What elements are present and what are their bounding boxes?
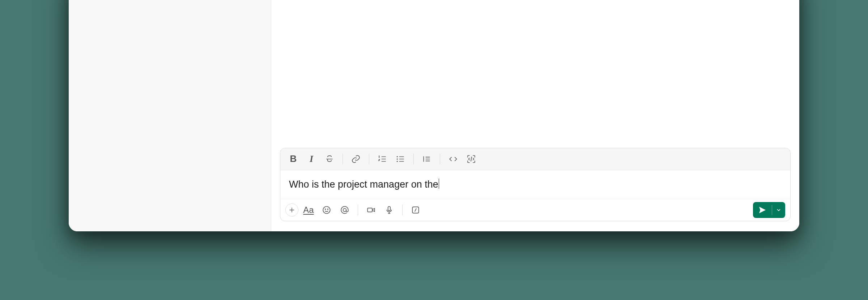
- svg-point-6: [343, 209, 346, 212]
- bullet-list-icon: [396, 154, 405, 164]
- svg-rect-8: [388, 206, 391, 211]
- toolbar-divider: [342, 154, 343, 164]
- message-input[interactable]: Who is the project manager on the: [280, 170, 790, 199]
- microphone-icon: [384, 205, 394, 215]
- video-icon: [366, 205, 376, 215]
- plus-icon: [288, 206, 296, 214]
- main-content: B I: [271, 0, 799, 231]
- attach-button[interactable]: [285, 203, 298, 217]
- code-block-icon: [467, 154, 476, 164]
- link-button[interactable]: [348, 151, 364, 167]
- svg-point-1: [397, 158, 398, 159]
- send-button[interactable]: [753, 202, 772, 218]
- chevron-down-icon: [776, 207, 782, 213]
- toolbar-divider: [358, 205, 358, 215]
- blockquote-button[interactable]: [419, 151, 435, 167]
- emoji-button[interactable]: [319, 202, 335, 218]
- ordered-list-icon: [378, 154, 387, 164]
- message-text: Who is the project manager on the: [289, 179, 438, 190]
- code-block-button[interactable]: [463, 151, 479, 167]
- svg-point-4: [325, 209, 326, 210]
- video-button[interactable]: [363, 202, 379, 218]
- shortcuts-icon: [411, 205, 420, 215]
- toolbar-divider: [369, 154, 369, 164]
- svg-point-0: [397, 156, 398, 157]
- italic-button[interactable]: I: [303, 151, 319, 167]
- audio-button[interactable]: [381, 202, 397, 218]
- mention-button[interactable]: [337, 202, 353, 218]
- toolbar-divider: [413, 154, 414, 164]
- emoji-icon: [322, 205, 331, 215]
- svg-point-5: [327, 209, 328, 210]
- shortcuts-button[interactable]: [408, 202, 424, 218]
- blockquote-icon: [422, 154, 431, 164]
- message-composer: B I: [280, 148, 791, 221]
- svg-point-3: [323, 206, 330, 214]
- action-toolbar: Aa: [280, 199, 790, 221]
- ordered-list-button[interactable]: [374, 151, 390, 167]
- svg-point-2: [397, 161, 398, 162]
- app-window: B I: [69, 0, 799, 231]
- link-icon: [351, 154, 361, 164]
- bold-icon: B: [290, 153, 297, 164]
- strikethrough-button[interactable]: [322, 151, 337, 167]
- toolbar-divider: [440, 154, 440, 164]
- code-icon: [448, 154, 458, 164]
- italic-icon: I: [310, 154, 313, 164]
- bullet-list-button[interactable]: [392, 151, 408, 167]
- svg-rect-7: [367, 208, 372, 212]
- text-style-button[interactable]: Aa: [301, 202, 316, 218]
- formatting-toolbar: B I: [280, 148, 790, 170]
- text-caret: [439, 179, 439, 189]
- strikethrough-icon: [325, 154, 334, 164]
- sidebar: [69, 0, 271, 231]
- toolbar-divider: [402, 205, 403, 215]
- mention-icon: [340, 205, 349, 215]
- send-icon: [758, 206, 767, 214]
- code-button[interactable]: [445, 151, 461, 167]
- send-button-group: [753, 202, 785, 218]
- bold-button[interactable]: B: [285, 151, 301, 167]
- text-style-icon: Aa: [303, 205, 314, 215]
- send-options-button[interactable]: [772, 202, 785, 218]
